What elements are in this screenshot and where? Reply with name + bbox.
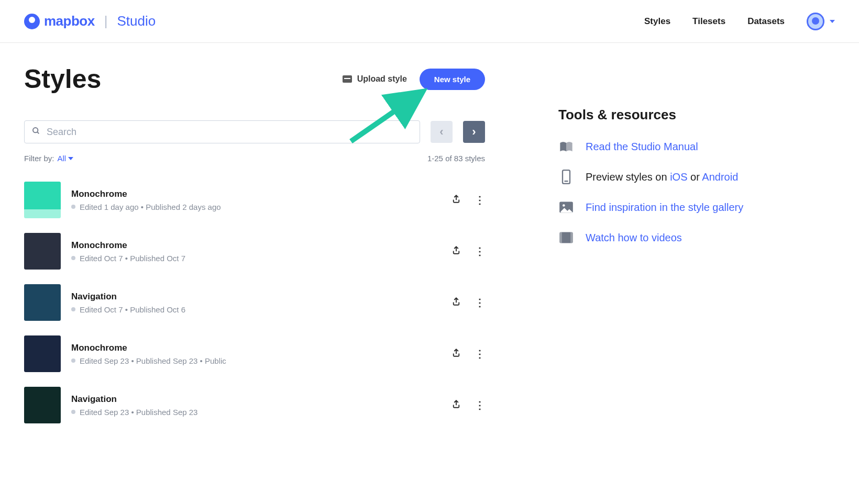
tool-manual-link[interactable]: Read the Studio Manual bbox=[586, 141, 698, 153]
more-icon[interactable]: ⋮ bbox=[475, 194, 485, 206]
search-icon bbox=[32, 127, 40, 137]
more-icon[interactable]: ⋮ bbox=[475, 399, 485, 411]
style-list: Monochrome Edited 1 day ago • Published … bbox=[24, 182, 485, 423]
chevron-down-icon bbox=[830, 20, 835, 23]
tools-panel: Tools & resources Read the Studio Manual… bbox=[558, 64, 835, 423]
chevron-right-icon: › bbox=[472, 125, 476, 139]
tool-gallery: Find inspiration in the style gallery bbox=[558, 200, 835, 214]
style-text: Navigation Edited Oct 7 • Published Oct … bbox=[71, 292, 441, 314]
style-text: Navigation Edited Sep 23 • Published Sep… bbox=[71, 394, 441, 417]
style-item[interactable]: Monochrome Edited Sep 23 • Published Sep… bbox=[24, 335, 485, 372]
title-row: Styles Upload style New style bbox=[24, 64, 485, 94]
svg-point-5 bbox=[563, 204, 565, 207]
page-title: Styles bbox=[24, 64, 101, 94]
style-name: Navigation bbox=[71, 394, 441, 405]
mapbox-logo[interactable]: mapbox bbox=[24, 13, 95, 29]
brand-separator: | bbox=[104, 13, 108, 29]
search-row: ‹ › bbox=[24, 120, 485, 143]
book-icon bbox=[558, 140, 574, 153]
svg-rect-7 bbox=[559, 232, 562, 243]
style-thumbnail bbox=[24, 233, 61, 270]
new-style-button[interactable]: New style bbox=[420, 69, 485, 90]
upload-icon bbox=[343, 75, 352, 83]
tools-title: Tools & resources bbox=[558, 107, 835, 123]
tool-manual: Read the Studio Manual bbox=[558, 140, 835, 153]
search-input[interactable] bbox=[47, 127, 412, 138]
style-item[interactable]: Monochrome Edited Oct 7 • Published Oct … bbox=[24, 233, 485, 270]
filter-row: Filter by: All 1-25 of 83 styles bbox=[24, 154, 485, 163]
share-icon[interactable] bbox=[451, 296, 461, 309]
chevron-left-icon: ‹ bbox=[439, 125, 443, 139]
item-actions: ⋮ bbox=[451, 194, 485, 207]
share-icon[interactable] bbox=[451, 245, 461, 258]
chevron-down-icon bbox=[68, 157, 73, 160]
content-area: Styles Upload style New style ‹ › Filt bbox=[0, 43, 859, 423]
status-dot-icon bbox=[71, 256, 75, 260]
brand-text: mapbox bbox=[44, 13, 95, 29]
filter-value: All bbox=[58, 154, 67, 163]
style-text: Monochrome Edited Sep 23 • Published Sep… bbox=[71, 343, 441, 365]
tool-gallery-link[interactable]: Find inspiration in the style gallery bbox=[586, 201, 743, 214]
svg-line-1 bbox=[37, 132, 39, 133]
upload-style-label: Upload style bbox=[357, 74, 407, 84]
item-actions: ⋮ bbox=[451, 348, 485, 361]
brand-block: mapbox | Studio bbox=[24, 13, 156, 29]
android-link[interactable]: Android bbox=[702, 171, 738, 183]
video-icon bbox=[558, 231, 574, 244]
title-actions: Upload style New style bbox=[343, 69, 485, 90]
tool-preview-text: Preview styles on iOS or Android bbox=[586, 171, 738, 183]
style-text: Monochrome Edited 1 day ago • Published … bbox=[71, 189, 441, 211]
style-meta: Edited 1 day ago • Published 2 days ago bbox=[71, 203, 441, 211]
more-icon[interactable]: ⋮ bbox=[475, 348, 485, 360]
style-meta: Edited Sep 23 • Published Sep 23 • Publi… bbox=[71, 356, 441, 365]
style-meta: Edited Sep 23 • Published Sep 23 bbox=[71, 408, 441, 417]
item-actions: ⋮ bbox=[451, 245, 485, 258]
style-meta: Edited Oct 7 • Published Oct 7 bbox=[71, 254, 441, 263]
status-dot-icon bbox=[71, 410, 75, 414]
phone-icon bbox=[558, 170, 574, 184]
studio-label[interactable]: Studio bbox=[117, 13, 156, 29]
item-actions: ⋮ bbox=[451, 399, 485, 412]
more-icon[interactable]: ⋮ bbox=[475, 296, 485, 309]
style-item[interactable]: Monochrome Edited 1 day ago • Published … bbox=[24, 182, 485, 218]
style-name: Monochrome bbox=[71, 189, 441, 199]
style-meta: Edited Oct 7 • Published Oct 6 bbox=[71, 305, 441, 314]
avatar-icon bbox=[807, 13, 824, 30]
nav-styles[interactable]: Styles bbox=[644, 16, 670, 27]
item-actions: ⋮ bbox=[451, 296, 485, 309]
filter-dropdown[interactable]: All bbox=[58, 154, 74, 163]
header-right: Styles Tilesets Datasets bbox=[644, 13, 835, 30]
style-thumbnail bbox=[24, 284, 61, 321]
ios-link[interactable]: iOS bbox=[670, 171, 687, 183]
share-icon[interactable] bbox=[451, 399, 461, 412]
mapbox-logo-icon bbox=[24, 14, 40, 29]
tool-videos-link[interactable]: Watch how to videos bbox=[586, 232, 682, 244]
share-icon[interactable] bbox=[451, 348, 461, 361]
style-thumbnail bbox=[24, 335, 61, 372]
svg-point-0 bbox=[33, 128, 38, 132]
style-name: Monochrome bbox=[71, 240, 441, 251]
tool-videos: Watch how to videos bbox=[558, 231, 835, 244]
nav-tilesets[interactable]: Tilesets bbox=[692, 16, 725, 27]
style-name: Monochrome bbox=[71, 343, 441, 353]
pager-next-button[interactable]: › bbox=[463, 121, 485, 143]
nav-datasets[interactable]: Datasets bbox=[747, 16, 785, 27]
pager-prev-button[interactable]: ‹ bbox=[431, 121, 453, 143]
share-icon[interactable] bbox=[451, 194, 461, 207]
upload-style-button[interactable]: Upload style bbox=[343, 74, 407, 84]
svg-rect-8 bbox=[570, 232, 573, 243]
image-icon bbox=[558, 200, 574, 214]
style-text: Monochrome Edited Oct 7 • Published Oct … bbox=[71, 240, 441, 263]
tool-preview: Preview styles on iOS or Android bbox=[558, 170, 835, 184]
style-thumbnail bbox=[24, 182, 61, 218]
main-column: Styles Upload style New style ‹ › Filt bbox=[24, 64, 485, 423]
style-item[interactable]: Navigation Edited Oct 7 • Published Oct … bbox=[24, 284, 485, 321]
more-icon[interactable]: ⋮ bbox=[475, 245, 485, 257]
filter-label: Filter by: bbox=[24, 154, 54, 163]
search-box[interactable] bbox=[24, 120, 420, 143]
style-item[interactable]: Navigation Edited Sep 23 • Published Sep… bbox=[24, 387, 485, 423]
status-dot-icon bbox=[71, 307, 75, 311]
style-thumbnail bbox=[24, 387, 61, 423]
filter-left: Filter by: All bbox=[24, 154, 73, 163]
account-menu[interactable] bbox=[807, 13, 835, 30]
